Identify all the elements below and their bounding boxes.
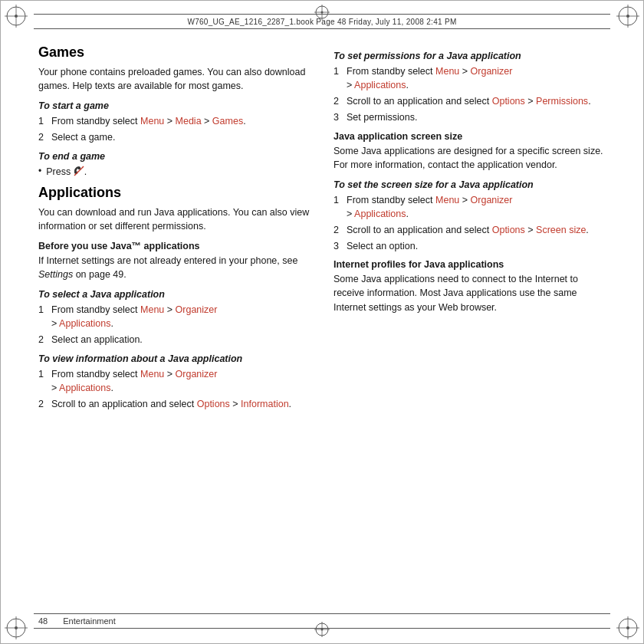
menu-link: Menu bbox=[140, 304, 164, 315]
options-link: Options bbox=[197, 399, 230, 409]
media-link: Media bbox=[176, 116, 202, 127]
view-info-list: 1 From standby select Menu > Organizer> … bbox=[38, 367, 310, 411]
set-permissions-list: 1 From standby select Menu > Organizer> … bbox=[334, 64, 606, 125]
set-screen-heading: To set the screen size for a Java applic… bbox=[334, 179, 606, 190]
left-column: Games Your phone contains preloaded game… bbox=[38, 37, 310, 607]
list-item: 2 Scroll to an application and select Op… bbox=[334, 94, 606, 108]
games-body: Your phone contains preloaded games. You… bbox=[38, 65, 310, 93]
menu-link: Menu bbox=[435, 195, 459, 205]
applications-link: Applications bbox=[354, 80, 406, 90]
svg-point-15 bbox=[626, 626, 629, 629]
list-item: 1 From standby select Menu > Organizer> … bbox=[334, 64, 606, 92]
menu-link: Menu bbox=[140, 116, 164, 127]
end-game-heading: To end a game bbox=[38, 151, 310, 162]
list-item: • Press . bbox=[38, 165, 310, 179]
footer-section: Entertainment bbox=[63, 616, 115, 626]
java-screen-heading: Java application screen size bbox=[334, 131, 606, 142]
list-item: 2 Select an application. bbox=[38, 333, 310, 347]
list-item: 3 Set permissions. bbox=[334, 110, 606, 124]
reg-mark-top-right bbox=[616, 5, 639, 28]
select-java-list: 1 From standby select Menu > Organizer> … bbox=[38, 303, 310, 347]
options-link: Options bbox=[492, 96, 525, 107]
list-item: 1 From standby select Menu > Media > Gam… bbox=[38, 114, 310, 128]
applications-body: You can download and run Java applicatio… bbox=[38, 205, 310, 233]
organizer-link: Organizer bbox=[471, 195, 513, 205]
menu-link: Menu bbox=[435, 66, 459, 77]
before-java-body: If Internet settings are not already ent… bbox=[38, 254, 310, 281]
end-game-list: • Press . bbox=[38, 165, 310, 179]
reg-mark-bot-right bbox=[616, 616, 639, 639]
organizer-link: Organizer bbox=[471, 66, 513, 77]
header-bar: W760_UG_AE_1216_2287_1.book Page 48 Frid… bbox=[34, 14, 610, 29]
list-item: 3 Select an option. bbox=[334, 239, 606, 253]
reg-mark-top-left bbox=[5, 5, 28, 28]
reg-mark-bot-left bbox=[5, 616, 28, 639]
internet-profiles-body: Some Java applications need to connect t… bbox=[334, 272, 606, 314]
svg-point-3 bbox=[15, 15, 18, 18]
list-item: 1 From standby select Menu > Organizer> … bbox=[38, 367, 310, 395]
view-info-heading: To view information about a Java applica… bbox=[38, 353, 310, 364]
footer-bar: 48 Entertainment bbox=[34, 613, 610, 629]
select-java-heading: To select a Java application bbox=[38, 289, 310, 300]
applications-link: Applications bbox=[59, 383, 110, 393]
organizer-link: Organizer bbox=[176, 304, 218, 315]
games-link: Games bbox=[212, 116, 243, 127]
end-call-icon bbox=[74, 166, 84, 176]
information-link: Information bbox=[241, 399, 289, 409]
content-area: Games Your phone contains preloaded game… bbox=[38, 37, 606, 607]
set-screen-list: 1 From standby select Menu > Organizer> … bbox=[334, 193, 606, 254]
list-item: 1 From standby select Menu > Organizer> … bbox=[334, 193, 606, 221]
applications-link: Applications bbox=[354, 209, 406, 219]
organizer-link: Organizer bbox=[176, 369, 218, 380]
applications-heading: Applications bbox=[38, 185, 310, 201]
list-item: 2 Scroll to an application and select Op… bbox=[334, 223, 606, 237]
set-permissions-heading: To set permissions for a Java applicatio… bbox=[334, 51, 606, 61]
applications-link: Applications bbox=[59, 318, 110, 329]
games-heading: Games bbox=[38, 44, 310, 61]
start-game-heading: To start a game bbox=[38, 100, 310, 111]
list-item: 2 Scroll to an application and select Op… bbox=[38, 397, 310, 411]
screen-size-link: Screen size bbox=[536, 225, 586, 235]
header-text: W760_UG_AE_1216_2287_1.book Page 48 Frid… bbox=[187, 18, 456, 26]
start-game-list: 1 From standby select Menu > Media > Gam… bbox=[38, 114, 310, 144]
svg-point-11 bbox=[15, 626, 18, 629]
right-column: To set permissions for a Java applicatio… bbox=[334, 37, 606, 607]
list-item: 2 Select a game. bbox=[38, 130, 310, 144]
internet-profiles-heading: Internet profiles for Java applications bbox=[334, 259, 606, 270]
before-java-heading: Before you use Java™ applications bbox=[38, 241, 310, 251]
permissions-link: Permissions bbox=[536, 96, 588, 107]
java-screen-body: Some Java applications are designed for … bbox=[334, 144, 606, 172]
footer-page: 48 bbox=[38, 616, 48, 626]
list-item: 1 From standby select Menu > Organizer> … bbox=[38, 303, 310, 330]
svg-point-7 bbox=[626, 15, 629, 18]
options-link: Options bbox=[492, 225, 525, 235]
menu-link: Menu bbox=[140, 369, 164, 380]
